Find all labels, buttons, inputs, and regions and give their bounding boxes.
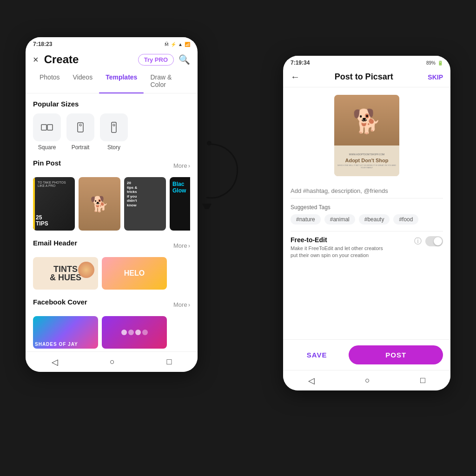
pin-card-2[interactable]: 🐕 Adopt Don't Shop bbox=[79, 177, 120, 231]
fb1-text: SHADES OF JAY bbox=[35, 342, 78, 347]
size-portrait[interactable]: Portrait bbox=[66, 113, 94, 151]
square-icon bbox=[33, 113, 61, 141]
battery-text-2: 89% bbox=[426, 60, 436, 66]
portrait-label: Portrait bbox=[72, 144, 90, 151]
svg-marker-6 bbox=[202, 204, 212, 209]
size-story[interactable]: Story bbox=[100, 113, 128, 151]
pin1-title: 25TIPS bbox=[36, 215, 48, 227]
fb2-dots bbox=[121, 330, 148, 335]
post-button[interactable]: POST bbox=[349, 345, 443, 364]
svg-point-3 bbox=[79, 124, 81, 126]
pin-card-3[interactable]: 20tips &tricksif youdidn'tknow bbox=[124, 177, 166, 231]
nav-back-2[interactable]: ◁ bbox=[308, 376, 315, 386]
chevron-right-icon-3: › bbox=[188, 301, 190, 308]
tag-nature[interactable]: #nature bbox=[291, 214, 321, 225]
post-content: 🐕 WWW.ADOPTDONTSHOPF.COM Adopt Don't Sho… bbox=[283, 87, 450, 271]
toggle-knob bbox=[434, 237, 442, 245]
skip-button[interactable]: SKIP bbox=[428, 73, 443, 81]
portrait-icon bbox=[66, 113, 94, 141]
tab-templates[interactable]: Templates bbox=[99, 71, 144, 93]
bottom-nav-1: ◁ ○ □ bbox=[26, 351, 198, 372]
content-1: Popular Sizes Square bbox=[26, 93, 198, 364]
tab-bar: Photos Videos Templates Draw & Color bbox=[26, 66, 198, 93]
poster-url: WWW.ADOPTDONTSHOPF.COM bbox=[349, 153, 384, 156]
svg-rect-0 bbox=[41, 125, 46, 130]
pin1-sub: TO TAKE PHOTOS LIKE A PRO bbox=[38, 181, 73, 187]
poster-main-text: Adopt Don't Shop bbox=[345, 158, 388, 163]
popular-sizes-title: Popular Sizes bbox=[33, 100, 190, 108]
email-card-1[interactable]: TINTS& HUES bbox=[33, 257, 98, 290]
nav-home-2[interactable]: ○ bbox=[365, 376, 370, 385]
email-header-more[interactable]: More › bbox=[173, 242, 190, 249]
email1-circle bbox=[78, 262, 94, 278]
status-bar-2: 7:19:34 89% 🔋 bbox=[283, 56, 450, 68]
post-header: ← Post to Picsart SKIP bbox=[283, 68, 450, 87]
pin-post-cards: TO TAKE PHOTOS LIKE A PRO 25TIPS 🐕 Adopt… bbox=[33, 177, 190, 231]
svg-rect-1 bbox=[47, 125, 53, 130]
svg-rect-4 bbox=[112, 122, 116, 132]
save-button[interactable]: SAVE bbox=[291, 345, 343, 364]
email-header-section: Email Header More › bbox=[33, 239, 190, 252]
pin-post-title: Pin Post bbox=[33, 159, 61, 167]
wifi-icon: ▲ bbox=[178, 42, 183, 47]
tag-food[interactable]: #food bbox=[393, 214, 418, 225]
pin-card-1[interactable]: TO TAKE PHOTOS LIKE A PRO 25TIPS bbox=[33, 177, 75, 231]
status-icons-1: M̈ ⚡ ▲ 📶 bbox=[165, 42, 190, 47]
email-header-title: Email Header bbox=[33, 239, 77, 247]
fb-cover-title: Facebook Cover bbox=[33, 298, 87, 306]
square-label: Square bbox=[38, 144, 56, 151]
nav-home-1[interactable]: ○ bbox=[110, 357, 115, 367]
hashtag-input[interactable] bbox=[291, 184, 443, 198]
chevron-right-icon-2: › bbox=[188, 242, 190, 249]
fb-card-1[interactable]: SHADES OF JAY bbox=[33, 316, 98, 349]
fte-title: Free-to-Edit bbox=[291, 236, 414, 244]
try-pro-button[interactable]: Try PRO bbox=[138, 54, 174, 66]
facebook-cover-section: Facebook Cover More › bbox=[33, 298, 190, 311]
poster-sub-text: WHICH ONE WILL IT BE? LET US BRING IT IS… bbox=[336, 164, 397, 169]
tag-beauty[interactable]: #beauty bbox=[359, 214, 390, 225]
arrow-decoration bbox=[172, 135, 246, 209]
search-icon[interactable]: 🔍 bbox=[178, 54, 190, 65]
dog-thumbnail: 🐕 bbox=[79, 177, 120, 231]
story-icon bbox=[100, 113, 128, 141]
yellow-accent bbox=[33, 177, 35, 231]
pin-post-header: Pin Post More › bbox=[33, 159, 190, 172]
popular-sizes-row: Square Portrait bbox=[33, 113, 190, 151]
phone-2-post-screen: 7:19:34 89% 🔋 ← Post to Picsart SKIP 🐕 W… bbox=[283, 56, 450, 390]
free-to-edit-toggle[interactable] bbox=[425, 236, 443, 246]
close-button[interactable]: × bbox=[33, 54, 39, 65]
back-button[interactable]: ← bbox=[291, 72, 300, 82]
signal-icon: 📶 bbox=[185, 42, 190, 47]
carrier-icon: M̈ bbox=[165, 42, 169, 47]
suggested-tags-row: #nature #animal #beauty #food bbox=[291, 214, 443, 225]
time-2: 7:19:34 bbox=[291, 60, 310, 66]
fb-card-2[interactable] bbox=[102, 316, 167, 349]
page-title-1: Create bbox=[44, 53, 79, 66]
email-header-cards: TINTS& HUES HELO bbox=[33, 257, 190, 290]
info-icon[interactable]: ⓘ bbox=[414, 237, 422, 246]
email-card-2[interactable]: HELO bbox=[102, 257, 167, 290]
status-icons-2: 89% 🔋 bbox=[426, 60, 443, 66]
tab-draw-color[interactable]: Draw & Color bbox=[144, 71, 190, 93]
size-square[interactable]: Square bbox=[33, 113, 61, 151]
nav-back-1[interactable]: ◁ bbox=[52, 357, 58, 367]
battery-icon-2: 🔋 bbox=[437, 60, 443, 66]
svg-point-7 bbox=[207, 141, 212, 145]
pin3-title: 20tips &tricksif youdidn'tknow bbox=[127, 181, 137, 208]
tag-animal[interactable]: #animal bbox=[324, 214, 355, 225]
tab-photos[interactable]: Photos bbox=[33, 71, 66, 93]
email1-text: TINTS& HUES bbox=[50, 265, 81, 282]
battery-icon: ⚡ bbox=[171, 42, 176, 47]
poster-text-area: WWW.ADOPTDONTSHOPF.COM Adopt Don't Shop … bbox=[334, 145, 399, 177]
bottom-actions: SAVE POST bbox=[283, 339, 450, 370]
fb-cover-cards: SHADES OF JAY bbox=[33, 316, 190, 349]
nav-recent-1[interactable]: □ bbox=[166, 357, 172, 367]
post-page-title: Post to Picsart bbox=[335, 72, 393, 82]
fb-cover-more[interactable]: More › bbox=[173, 301, 190, 308]
free-to-edit-section: Free-to-Edit Make it FreeToEdit and let … bbox=[291, 231, 443, 264]
header-1: × Create Try PRO 🔍 bbox=[26, 49, 198, 66]
tab-videos[interactable]: Videos bbox=[66, 71, 99, 93]
fte-description: Make it FreeToEdit and let other creator… bbox=[291, 245, 383, 259]
nav-recent-2[interactable]: □ bbox=[420, 376, 425, 385]
story-label: Story bbox=[107, 144, 120, 151]
